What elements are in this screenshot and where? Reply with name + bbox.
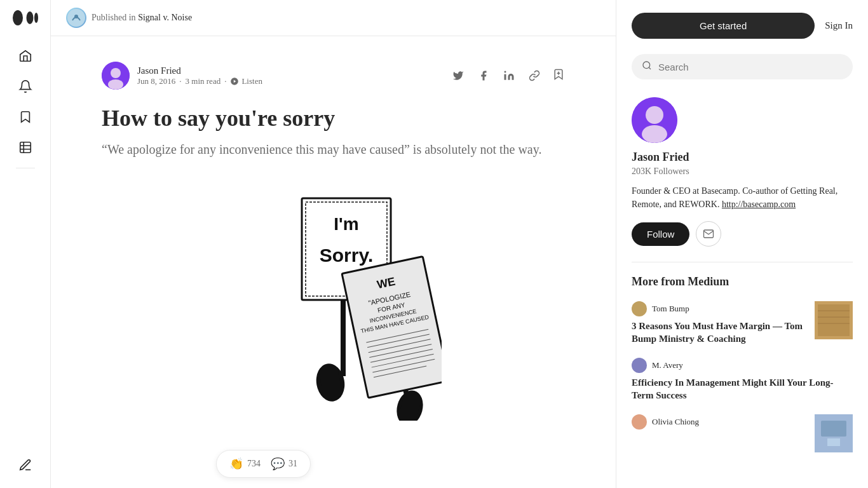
- twitter-icon[interactable]: [451, 68, 466, 83]
- article-card-3[interactable]: Olivia Chiong: [632, 414, 853, 452]
- author-card-name: Jason Fried: [632, 151, 853, 164]
- auth-buttons: Get started Sign In: [632, 13, 853, 39]
- search-icon: [642, 60, 652, 73]
- facebook-icon[interactable]: [476, 68, 491, 83]
- publication-text: Published in Signal v. Noise: [92, 13, 192, 23]
- more-from-medium-title: More from Medium: [632, 275, 853, 288]
- svg-point-1: [26, 11, 33, 24]
- message-button[interactable]: [696, 221, 721, 247]
- author-name[interactable]: Jason Fried: [137, 65, 262, 76]
- svg-point-42: [642, 125, 667, 143]
- author-row: Jason Fried Jun 8, 2016 · 3 min read · L…: [102, 62, 565, 90]
- sidebar-divider: [16, 168, 35, 168]
- comment-button[interactable]: 💬 31: [271, 457, 297, 471]
- author-bio-link[interactable]: http://basecamp.com: [722, 200, 796, 209]
- article-card-1[interactable]: Tom Bump 3 Reasons You Must Have Margin …: [632, 301, 853, 345]
- bottom-bar: 👏 734 💬 31: [216, 450, 311, 478]
- article-card-thumb-3: [815, 414, 853, 452]
- article-date: Jun 8, 2016: [137, 76, 175, 86]
- pub-prefix: Published in: [92, 13, 136, 22]
- svg-rect-50: [827, 438, 840, 446]
- svg-line-39: [649, 67, 651, 69]
- svg-point-7: [111, 68, 121, 78]
- author-card-followers: 203K Followers: [632, 166, 853, 177]
- link-icon[interactable]: [527, 68, 542, 83]
- svg-rect-49: [821, 421, 846, 437]
- comment-count: 31: [288, 459, 297, 469]
- clap-count: 734: [247, 459, 261, 469]
- author-avatar-small[interactable]: [102, 62, 130, 90]
- svg-rect-44: [818, 304, 850, 336]
- save-button[interactable]: [552, 68, 565, 84]
- listen-button[interactable]: Listen: [230, 76, 262, 86]
- article-card-author-row-2: M. Avery: [632, 358, 853, 373]
- author-meta: Jun 8, 2016 · 3 min read · Listen: [137, 76, 262, 86]
- write-icon[interactable]: [13, 452, 38, 478]
- article-card-author-row-3: Olivia Chiong: [632, 414, 807, 430]
- svg-point-2: [34, 13, 38, 23]
- svg-text:I'm: I'm: [334, 214, 358, 234]
- left-sidebar: [0, 0, 51, 488]
- svg-point-0: [13, 10, 23, 25]
- medium-logo[interactable]: [13, 10, 38, 28]
- follow-button[interactable]: Follow: [632, 222, 689, 246]
- article-card-2[interactable]: M. Avery Efficiency In Management Might …: [632, 358, 853, 402]
- publication-logo: [66, 8, 86, 28]
- svg-text:Sorry.: Sorry.: [319, 245, 372, 266]
- card-author-name-2: M. Avery: [652, 360, 683, 370]
- get-started-button[interactable]: Get started: [632, 13, 815, 39]
- article-card-content-1: Tom Bump 3 Reasons You Must Have Margin …: [632, 301, 807, 345]
- read-time: 3 min read: [186, 76, 221, 86]
- article-image: I'm Sorry. WE "APOLOGIZE FOR ANY INCONVE…: [102, 179, 565, 421]
- article-card-author-row-1: Tom Bump: [632, 301, 807, 316]
- clap-icon: 👏: [229, 457, 243, 471]
- right-sidebar: Get started Sign In Jason Fried 203K Fol…: [616, 0, 868, 488]
- divider: [632, 262, 853, 262]
- svg-point-5: [74, 15, 78, 18]
- article-title: How to say you're sorry: [102, 105, 565, 132]
- card-author-name-3: Olivia Chiong: [652, 417, 699, 427]
- linkedin-icon[interactable]: [501, 68, 517, 83]
- svg-point-38: [643, 62, 650, 69]
- main-content: Published in Signal v. Noise Jason Fried: [51, 0, 616, 488]
- sign-in-link[interactable]: Sign In: [825, 20, 853, 31]
- stories-icon[interactable]: [13, 135, 38, 160]
- svg-point-41: [646, 106, 663, 124]
- more-from-medium: More from Medium Tom Bump 3 Reasons You …: [632, 275, 853, 452]
- article-card-content-3: Olivia Chiong: [632, 414, 807, 433]
- topbar: Published in Signal v. Noise: [51, 0, 616, 36]
- author-card-bio: Founder & CEO at Basecamp. Co-author of …: [632, 184, 853, 211]
- comment-icon: 💬: [271, 457, 285, 471]
- clap-button[interactable]: 👏 734: [229, 457, 261, 471]
- author-actions: Follow: [632, 221, 853, 247]
- pub-name[interactable]: Signal v. Noise: [138, 13, 192, 22]
- notifications-icon[interactable]: [13, 74, 38, 99]
- bookmarks-icon[interactable]: [13, 104, 38, 130]
- search-bar: [632, 54, 853, 79]
- svg-rect-3: [20, 142, 31, 153]
- article-container: Jason Fried Jun 8, 2016 · 3 min read · L…: [51, 36, 616, 446]
- author-info: Jason Fried Jun 8, 2016 · 3 min read · L…: [102, 62, 262, 90]
- article-subtitle: “We apologize for any inconvenience this…: [102, 140, 565, 159]
- card-avatar-2: [632, 358, 647, 373]
- search-input[interactable]: [658, 62, 843, 72]
- social-icons: [451, 68, 565, 84]
- svg-point-11: [505, 71, 506, 73]
- article-card-content-2: M. Avery Efficiency In Management Might …: [632, 358, 853, 402]
- card-avatar-1: [632, 301, 647, 316]
- card-avatar-3: [632, 414, 647, 430]
- svg-point-8: [108, 79, 123, 90]
- article-card-title-2: Efficiency In Management Might Kill Your…: [632, 377, 853, 402]
- author-details: Jason Fried Jun 8, 2016 · 3 min read · L…: [137, 65, 262, 86]
- home-icon[interactable]: [13, 43, 38, 69]
- author-card-avatar[interactable]: [632, 97, 677, 143]
- author-card: Jason Fried 203K Followers Founder & CEO…: [632, 97, 853, 247]
- article-card-title-1: 3 Reasons You Must Have Margin — Tom Bum…: [632, 320, 807, 345]
- article-card-thumb-1: [815, 301, 853, 339]
- card-author-name-1: Tom Bump: [652, 304, 689, 314]
